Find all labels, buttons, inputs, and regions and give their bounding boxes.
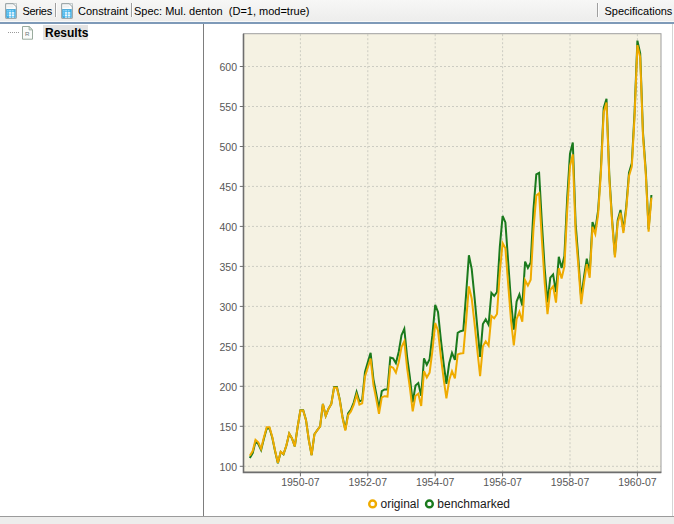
svg-text:original: original: [381, 497, 420, 511]
svg-text:1960-07: 1960-07: [618, 476, 657, 488]
svg-text:1958-07: 1958-07: [551, 476, 590, 488]
svg-text:550: 550: [219, 101, 237, 113]
svg-text:600: 600: [219, 61, 237, 73]
svg-text:1950-07: 1950-07: [281, 476, 320, 488]
svg-text:100: 100: [219, 461, 237, 473]
svg-text:300: 300: [219, 301, 237, 313]
svg-text:150: 150: [219, 421, 237, 433]
svg-text:1954-07: 1954-07: [416, 476, 455, 488]
svg-text:R: R: [25, 29, 30, 36]
svg-text:250: 250: [219, 341, 237, 353]
svg-text:500: 500: [219, 141, 237, 153]
svg-text:350: 350: [219, 261, 237, 273]
svg-text:benchmarked: benchmarked: [437, 497, 510, 511]
svg-text:400: 400: [219, 221, 237, 233]
svg-text:450: 450: [219, 181, 237, 193]
svg-text:1952-07: 1952-07: [349, 476, 388, 488]
svg-text:200: 200: [219, 381, 237, 393]
svg-text:1956-07: 1956-07: [483, 476, 522, 488]
